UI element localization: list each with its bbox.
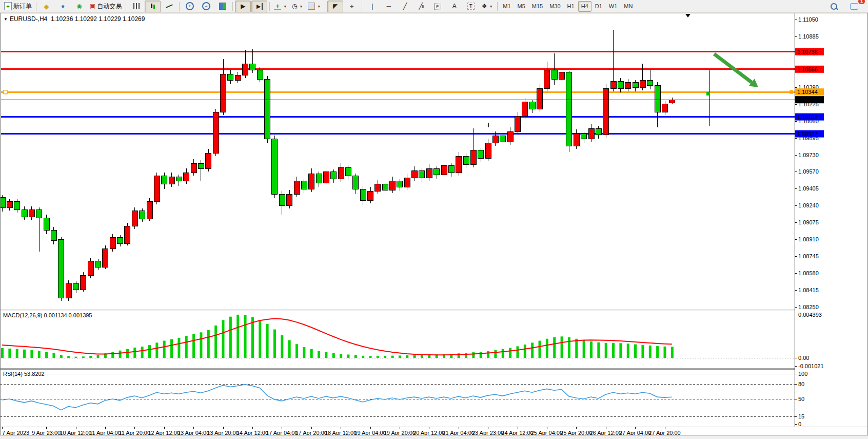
autotrading-button[interactable]: ▣自动交易: [88, 1, 124, 12]
candle-body: [419, 170, 425, 178]
chat-icon: [850, 3, 858, 10]
price-chart[interactable]: 1.110501.108851.107201.105551.103901.102…: [0, 13, 868, 435]
new-order-button[interactable]: +新订单: [2, 1, 34, 12]
timeframe-m15-button[interactable]: M15: [529, 1, 546, 12]
macd-histogram-bar: [16, 349, 18, 358]
candle-body: [103, 249, 108, 267]
timeframe-h1-button[interactable]: H1: [564, 1, 578, 12]
metaeditor-button[interactable]: ◆: [38, 1, 54, 12]
macd-histogram-bar: [649, 346, 652, 358]
candle-body: [537, 88, 543, 109]
macd-histogram-bar: [236, 315, 239, 358]
candle-body: [382, 184, 388, 190]
candle-body: [301, 181, 307, 189]
auto-scroll-button[interactable]: ▶: [235, 1, 251, 12]
candle: [125, 223, 130, 245]
candle: [265, 76, 270, 143]
chat-button[interactable]: 1: [846, 1, 862, 12]
arrows-button[interactable]: ❖▼: [479, 1, 495, 12]
bar-chart-button[interactable]: [128, 1, 144, 12]
chart-ohlc-values: 1.10236 1.10292 1.10229 1.10269: [51, 15, 145, 23]
macd-histogram-bar: [23, 350, 26, 358]
date-axis-label: 19 Apr 04:00: [354, 430, 386, 435]
green-handle[interactable]: [706, 92, 710, 96]
signals-button[interactable]: ◉: [71, 1, 87, 12]
chevron-down-icon[interactable]: ▼: [4, 17, 8, 22]
timeframe-h4-button[interactable]: H4: [578, 1, 591, 12]
date-axis-label: 19 Apr 20:00: [384, 430, 416, 435]
timeframe-d1-button[interactable]: D1: [592, 1, 605, 12]
rsi-axis-label: 15: [798, 413, 804, 419]
date-axis-label: 7 Apr 2023: [2, 430, 29, 435]
equidistant-channel-button[interactable]: ╱E: [413, 1, 429, 12]
chart-shift-button[interactable]: ▶: [251, 1, 267, 12]
macd-histogram-bar: [67, 356, 70, 358]
candle-body: [88, 261, 93, 275]
candle: [154, 173, 160, 204]
mql5-community-icon: ●: [61, 3, 65, 10]
date-axis-label: 11 Apr 20:00: [119, 430, 151, 435]
chevron-down-icon[interactable]: ▼: [300, 5, 303, 8]
macd-histogram-bar: [273, 330, 276, 358]
macd-histogram-bar: [97, 355, 100, 358]
price-axis-label: 1.09570: [798, 168, 819, 175]
text-button[interactable]: A: [446, 1, 462, 12]
horizontal-line-icon: ─: [386, 3, 391, 10]
fibonacci-button[interactable]: F: [430, 1, 446, 12]
svg-text:1.10269: 1.10269: [797, 97, 818, 103]
vertical-line-button[interactable]: |: [364, 1, 380, 12]
candle-body: [58, 239, 64, 298]
mt4-window: +新订单◆●◉▣自动交易+−▶▶+▼◷▼▼◤+|─╱╱EFAT❖▼M1M5M15…: [0, 0, 868, 439]
periods-button[interactable]: ◷▼: [289, 1, 305, 12]
macd-histogram-bar: [332, 353, 335, 358]
chevron-down-icon[interactable]: ▼: [283, 5, 287, 8]
indicators-icon: +: [274, 3, 281, 10]
candlestick-button[interactable]: [145, 1, 161, 12]
chart-shift-icon: ▶: [257, 3, 262, 10]
chevron-down-icon[interactable]: ▼: [489, 5, 493, 8]
macd-histogram-bar: [244, 315, 247, 358]
candle-body: [596, 128, 601, 135]
toolbar-separator: [325, 2, 325, 11]
macd-histogram-bar: [575, 339, 578, 358]
chart-window[interactable]: 1.110501.108851.107201.105551.103901.102…: [0, 13, 868, 435]
timeframe-w1-button[interactable]: W1: [606, 1, 621, 12]
candle-body: [507, 131, 513, 142]
candle: [132, 207, 137, 229]
macd-histogram-bar: [177, 338, 180, 358]
crosshair-button[interactable]: +: [344, 1, 360, 12]
timeframe-m5-button[interactable]: M5: [515, 1, 528, 12]
bars-icon: [133, 3, 140, 9]
line-handle[interactable]: [4, 90, 7, 94]
toolbar-separator: [126, 2, 126, 11]
candle-body: [551, 70, 557, 79]
horizontal-line-button[interactable]: ─: [381, 1, 397, 12]
price-axis-label: 1.08415: [798, 287, 819, 293]
chevron-down-icon[interactable]: ▼: [317, 5, 321, 8]
candle-body: [390, 181, 396, 190]
mql5-community-button[interactable]: ●: [55, 1, 71, 12]
rsi-axis-label: 50: [798, 396, 804, 402]
macd-histogram-bar: [52, 353, 55, 358]
timeframe-m30-button[interactable]: M30: [546, 1, 563, 12]
tile-windows-button[interactable]: [214, 1, 230, 12]
rsi-value: 53.8202: [24, 371, 45, 377]
cursor-button[interactable]: ◤: [327, 1, 343, 12]
search-icon: [831, 3, 837, 10]
trendline-button[interactable]: ╱: [397, 1, 413, 12]
line-handle[interactable]: [790, 90, 793, 94]
zoom-out-button[interactable]: −: [198, 1, 214, 12]
date-axis-label: 23 Apr 23:00: [472, 430, 504, 435]
zoom-in-button[interactable]: +: [182, 1, 198, 12]
line-chart-button[interactable]: [161, 1, 177, 12]
search-button[interactable]: [826, 1, 842, 12]
macd-histogram-bar: [391, 356, 394, 358]
macd-histogram-bar: [8, 349, 11, 358]
timeframe-mn-button[interactable]: MN: [621, 1, 636, 12]
macd-histogram-bar: [399, 355, 401, 358]
templates-button[interactable]: ▼: [306, 1, 323, 12]
indicators-button[interactable]: +▼: [272, 1, 289, 12]
candle-body: [574, 133, 579, 146]
text-label-button[interactable]: T: [463, 1, 479, 12]
timeframe-m1-button[interactable]: M1: [500, 1, 514, 12]
